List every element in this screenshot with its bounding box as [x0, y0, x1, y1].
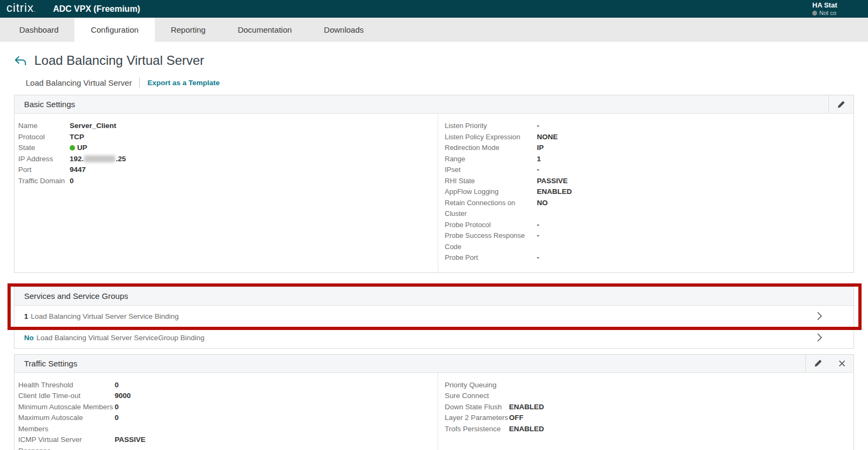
- field-label: Protocol: [18, 132, 70, 143]
- servicegroup-binding-count: No: [24, 334, 34, 342]
- field-row-rhi-state: RHI State PASSIVE: [445, 176, 854, 187]
- field-value: -: [537, 220, 540, 231]
- field-value: TCP: [70, 132, 84, 143]
- field-label: Range: [445, 154, 537, 165]
- field-label: Listen Policy Expression: [445, 132, 537, 143]
- state-up-dot-icon: [70, 145, 75, 151]
- field-value: 9447: [70, 164, 86, 176]
- field-value: -: [537, 121, 540, 132]
- chevron-right-icon: [817, 311, 822, 321]
- field-value: -: [537, 252, 540, 264]
- field-value: OFF: [509, 412, 523, 424]
- field-row-icmp-response: ICMP Virtual Server Response PASSIVE: [18, 434, 438, 450]
- traffic-settings-title: Traffic Settings: [24, 359, 77, 368]
- field-row-trofs-persistence: Trofs Persistence ENABLED: [445, 424, 854, 435]
- field-label: Health Threshold: [18, 380, 115, 391]
- field-label: RHI State: [445, 176, 537, 187]
- tab-configuration[interactable]: Configuration: [74, 18, 154, 42]
- field-value: 0: [115, 380, 119, 391]
- field-row-protocol: Protocol TCP: [18, 132, 438, 143]
- field-value: PASSIVE: [115, 434, 146, 450]
- product-title: ADC VPX (Freemium): [53, 4, 140, 14]
- basic-settings-panel: Basic Settings Name Server_Client Protoc…: [14, 95, 854, 273]
- field-label: Maximum Autoscale Members: [18, 412, 115, 434]
- services-section: Services and Service Groups 1 Load Balan…: [14, 287, 854, 349]
- back-arrow-icon[interactable]: [14, 55, 28, 66]
- field-row-client-idle-timeout: Client Idle Time-out 9000: [18, 391, 438, 402]
- field-label: Priority Queuing: [445, 380, 509, 391]
- field-label: Name: [18, 121, 70, 132]
- field-label: State: [18, 142, 70, 154]
- tab-dashboard[interactable]: Dashboard: [3, 18, 74, 42]
- field-label: Client Idle Time-out: [18, 391, 115, 402]
- field-row-probe-port: Probe Port -: [445, 252, 854, 264]
- field-value: IP: [537, 142, 544, 154]
- field-value: Server_Client: [70, 121, 116, 132]
- tab-documentation[interactable]: Documentation: [222, 18, 308, 42]
- ha-status-label: HA Stat: [812, 1, 868, 9]
- pencil-icon: [837, 100, 845, 109]
- citrix-logo-tm-dot: .: [34, 7, 36, 13]
- primary-nav: Dashboard Configuration Reporting Docume…: [0, 18, 868, 42]
- field-row-probe-success-code: Probe Success Response Code -: [445, 230, 854, 252]
- ha-status-block[interactable]: HA Stat Not co: [812, 1, 868, 16]
- field-value: 9000: [115, 391, 131, 402]
- field-label: AppFlow Logging: [445, 186, 537, 198]
- service-binding-row[interactable]: 1 Load Balancing Virtual Server Service …: [14, 305, 854, 327]
- service-binding-count: 1: [24, 312, 28, 320]
- field-value: NO: [537, 198, 548, 220]
- ip-prefix: 192.: [70, 155, 84, 163]
- field-row-traffic-domain: Traffic Domain 0: [18, 176, 438, 187]
- field-value: ENABLED: [537, 186, 572, 198]
- field-label: Probe Port: [445, 252, 537, 264]
- field-label: Probe Protocol: [445, 220, 537, 231]
- field-value: 0: [115, 412, 119, 434]
- basic-settings-title: Basic Settings: [24, 100, 75, 109]
- field-value: NONE: [537, 132, 558, 143]
- field-label: Minimum Autoscale Members: [18, 402, 115, 413]
- field-label: Probe Success Response Code: [445, 230, 537, 252]
- field-value: ENABLED: [509, 424, 544, 435]
- service-binding-text: Load Balancing Virtual Server Service Bi…: [31, 312, 179, 320]
- field-value: 0: [70, 176, 74, 187]
- field-value: 0: [115, 402, 119, 413]
- divider: [139, 77, 140, 88]
- field-row-listen-priority: Listen Priority -: [445, 121, 854, 132]
- tab-downloads[interactable]: Downloads: [308, 18, 380, 42]
- ip-suffix: .25: [116, 155, 126, 163]
- field-value: PASSIVE: [537, 176, 568, 187]
- field-row-down-state-flush: Down State Flush ENABLED: [445, 402, 854, 413]
- field-label: ICMP Virtual Server Response: [18, 434, 115, 450]
- servicegroup-binding-text: Load Balancing Virtual Server ServiceGro…: [36, 334, 204, 342]
- close-icon: [839, 360, 845, 367]
- field-label: Listen Priority: [445, 121, 537, 132]
- field-label: Down State Flush: [445, 402, 509, 413]
- pencil-icon: [814, 359, 822, 368]
- breadcrumb: Load Balancing Virtual Server: [26, 78, 132, 87]
- traffic-settings-panel: Traffic Settings Health Threshold: [14, 354, 854, 450]
- field-row-appflow-logging: AppFlow Logging ENABLED: [445, 186, 854, 198]
- remove-traffic-settings-button[interactable]: [830, 355, 854, 372]
- tab-reporting[interactable]: Reporting: [155, 18, 222, 42]
- citrix-logo-text: citrix: [6, 1, 34, 14]
- services-title: Services and Service Groups: [24, 291, 128, 301]
- top-app-bar: citrix. ADC VPX (Freemium) HA Stat Not c…: [0, 0, 868, 18]
- field-row-port: Port 9447: [18, 164, 438, 176]
- chevron-right-icon: [817, 333, 822, 342]
- edit-basic-settings-button[interactable]: [829, 95, 854, 113]
- export-template-link[interactable]: Export as a Template: [147, 79, 220, 87]
- services-panel: Services and Service Groups 1 Load Balan…: [14, 287, 854, 349]
- field-row-state: State UP: [18, 142, 438, 154]
- field-row-listen-policy-expression: Listen Policy Expression NONE: [445, 132, 854, 143]
- ha-status-value: Not co: [819, 10, 836, 16]
- field-value: ENABLED: [509, 402, 544, 413]
- field-row-health-threshold: Health Threshold 0: [18, 380, 438, 391]
- main-content: Load Balancing Virtual Server Load Balan…: [0, 53, 868, 450]
- field-row-range: Range 1: [445, 154, 854, 165]
- field-value: -: [537, 230, 540, 252]
- field-label: Layer 2 Parameters: [445, 412, 509, 424]
- edit-traffic-settings-button[interactable]: [806, 355, 830, 372]
- field-label: Sure Connect: [445, 391, 509, 402]
- field-row-min-autoscale: Minimum Autoscale Members 0: [18, 402, 438, 413]
- servicegroup-binding-row[interactable]: No Load Balancing Virtual Server Service…: [14, 327, 854, 348]
